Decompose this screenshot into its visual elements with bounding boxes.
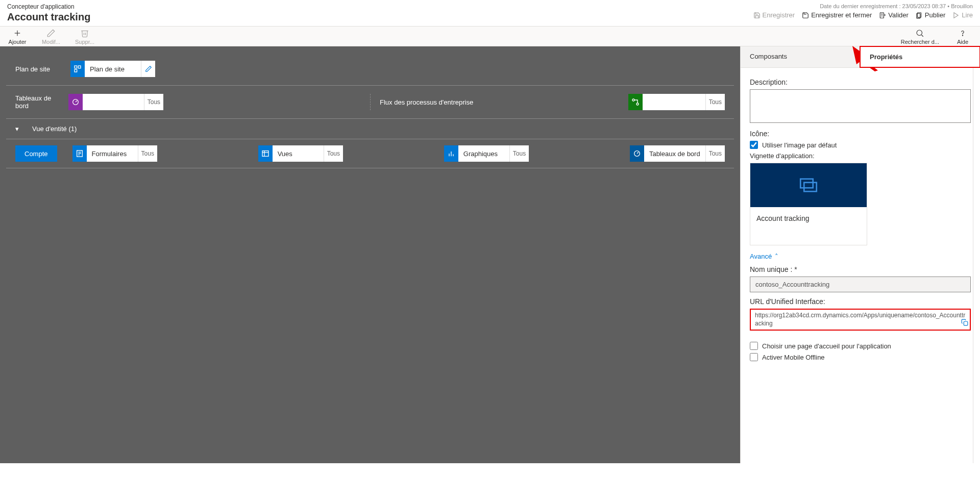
use-default-image-checkbox[interactable] <box>750 141 758 149</box>
description-label: Description: <box>750 78 971 86</box>
charts-badge: Tous <box>509 145 529 162</box>
trash-icon <box>80 29 89 38</box>
bpf-tile[interactable]: Flux des proces... Tous <box>628 94 725 110</box>
side-body[interactable]: Description: Icône: Utiliser l'image par… <box>741 68 980 463</box>
svg-line-7 <box>922 35 923 36</box>
svg-marker-3 <box>954 12 958 18</box>
play-icon <box>952 12 960 19</box>
entity-dashboards-label: Tableaux de bord <box>644 145 705 162</box>
copy-icon[interactable] <box>961 319 968 329</box>
dashboard-icon <box>68 94 83 110</box>
svg-rect-9 <box>75 66 77 68</box>
description-textarea[interactable] <box>750 89 971 123</box>
advanced-toggle[interactable]: Avancé ˄ <box>750 253 778 260</box>
unique-name-field[interactable] <box>750 276 971 292</box>
validate-icon <box>879 12 886 19</box>
search-icon <box>915 29 924 38</box>
chevron-up-icon: ˄ <box>775 253 778 260</box>
pencil-icon <box>46 29 56 38</box>
thumbnail-image <box>750 163 867 207</box>
search-button[interactable]: Rechercher d... <box>901 29 939 45</box>
dashboards-label: Tableaux de bord <box>15 94 61 110</box>
save-close-button[interactable]: Enregistrer et fermer <box>802 11 872 19</box>
entity-name: Compte <box>24 150 48 158</box>
unique-name-label: Nom unique : * <box>750 265 971 273</box>
svg-rect-27 <box>804 183 817 192</box>
sitemap-edit-button[interactable] <box>141 61 155 77</box>
side-tabs: Composants Propriétés <box>741 46 980 68</box>
save-label: Enregistrer <box>763 11 795 19</box>
app-type-label: Concepteur d'application <box>7 3 90 10</box>
save-button[interactable]: Enregistrer <box>753 11 795 19</box>
svg-rect-26 <box>800 179 813 188</box>
edit-button[interactable]: Modif... <box>41 29 61 45</box>
entity-tile[interactable]: Compte <box>15 145 57 162</box>
enable-mobile-checkbox[interactable] <box>750 353 758 361</box>
choose-home-label: Choisir une page d'accueil pour l'applic… <box>762 342 891 350</box>
app-thumbnail: Account tracking <box>750 163 867 245</box>
save-close-icon <box>802 12 809 19</box>
plus-icon <box>13 29 22 38</box>
pencil-icon <box>145 65 152 72</box>
last-saved-timestamp: Date du dernier enregistrement : 23/05/2… <box>753 3 973 9</box>
icon-label: Icône: <box>750 130 971 138</box>
delete-label: Suppr... <box>75 39 94 45</box>
bpf-badge: Tous <box>705 94 725 110</box>
entity-dashboards-badge: Tous <box>705 145 725 162</box>
advanced-label: Avancé <box>750 253 772 260</box>
forms-badge: Tous <box>138 145 157 162</box>
tab-properties[interactable]: Propriétés <box>860 46 980 68</box>
forms-tile[interactable]: Formulaires Tous <box>72 145 157 162</box>
entity-row: Compte Formulaires Tous Vues Tous <box>6 139 734 168</box>
svg-point-14 <box>636 103 639 105</box>
svg-rect-19 <box>262 151 268 157</box>
save-close-label: Enregistrer et fermer <box>811 11 872 19</box>
sitemap-tile-label: Plan de site <box>85 61 141 77</box>
header-actions: Enregistrer Enregistrer et fermer Valide… <box>753 11 973 19</box>
bpf-label: Flux des processus d'entreprise <box>380 98 473 106</box>
svg-point-13 <box>632 99 634 101</box>
entity-header-label: Vue d'entité (1) <box>32 125 77 133</box>
thumbnail-label: Vignette d'application: <box>750 152 971 160</box>
header-right: Date du dernier enregistrement : 23/05/2… <box>753 3 973 19</box>
play-button[interactable]: Lire <box>952 11 973 19</box>
enable-mobile-label: Activer Mobile Offline <box>762 354 825 361</box>
forms-label: Formulaires <box>87 145 138 162</box>
designer-canvas[interactable]: Plan de site Plan de site Tableaux de bo… <box>0 46 740 463</box>
sitemap-tile[interactable]: Plan de site <box>70 61 155 77</box>
charts-icon <box>444 145 458 162</box>
entity-dashboards-icon <box>630 145 644 162</box>
use-default-image-label: Utiliser l'image par défaut <box>762 141 837 149</box>
views-badge: Tous <box>324 145 343 162</box>
sitemap-icon <box>70 61 85 77</box>
validate-button[interactable]: Valider <box>879 11 909 19</box>
dashboards-tile[interactable]: Tableaux de bord Tous <box>68 94 163 110</box>
entity-dashboards-tile[interactable]: Tableaux de bord Tous <box>630 145 725 162</box>
sitemap-label: Plan de site <box>15 65 61 73</box>
entity-view-toggle[interactable]: ▾ Vue d'entité (1) <box>6 119 734 139</box>
main-area: Plan de site Plan de site Tableaux de bo… <box>0 46 980 463</box>
delete-button[interactable]: Suppr... <box>75 29 95 45</box>
add-label: Ajouter <box>9 39 27 45</box>
help-label: Aide <box>957 39 968 45</box>
charts-tile[interactable]: Graphiques Tous <box>444 145 529 162</box>
unified-interface-url[interactable]: https://org12ab34cd.crm.dynamics.com/App… <box>750 309 971 331</box>
choose-home-checkbox[interactable] <box>750 342 758 350</box>
help-button[interactable]: Aide <box>952 29 973 45</box>
bpf-tile-label: Flux des proces... <box>643 94 705 110</box>
publish-button[interactable]: Publier <box>916 11 945 19</box>
bpf-icon <box>628 94 643 110</box>
add-button[interactable]: Ajouter <box>7 29 28 45</box>
edit-label: Modif... <box>42 39 60 45</box>
views-tile[interactable]: Vues Tous <box>258 145 343 162</box>
side-panel: Composants Propriétés Description: Icône… <box>740 46 980 463</box>
publish-icon <box>916 12 923 19</box>
app-name-label: Account tracking <box>7 11 90 23</box>
scrollbar[interactable] <box>973 68 980 463</box>
app-header: Concepteur d'application Account trackin… <box>0 0 980 27</box>
url-value: https://org12ab34cd.crm.dynamics.com/App… <box>755 312 965 327</box>
save-icon <box>753 12 761 19</box>
validate-label: Valider <box>888 11 909 19</box>
tab-components[interactable]: Composants <box>741 46 860 67</box>
dashboards-badge: Tous <box>144 94 163 110</box>
